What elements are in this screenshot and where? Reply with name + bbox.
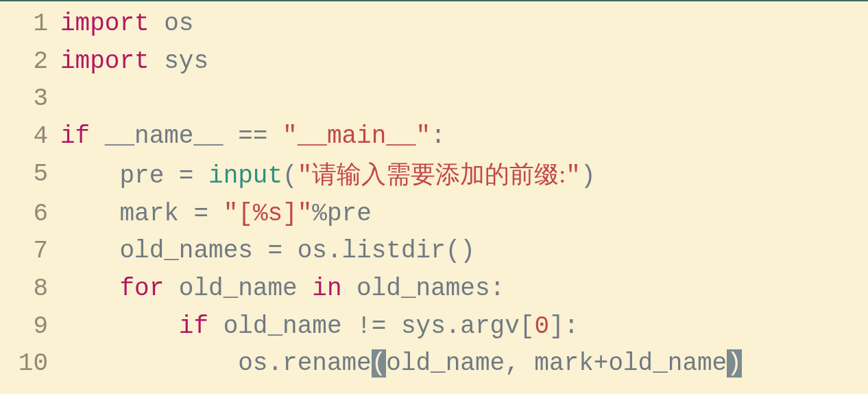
empty-line-tilde: ~ xyxy=(0,383,868,394)
code-content[interactable]: if old_name != sys.argv[0]: xyxy=(60,308,868,346)
space xyxy=(298,275,313,303)
colon: : xyxy=(431,122,446,150)
lparen: ( xyxy=(282,162,298,190)
line-number: 10 xyxy=(0,345,60,383)
code-line[interactable]: 9 if old_name != sys.argv[0]: xyxy=(0,308,868,346)
var-old-name: old_name xyxy=(386,349,505,378)
code-line[interactable]: 7 old_names = os.listdir() xyxy=(0,233,868,270)
string-close: " xyxy=(416,122,431,150)
space xyxy=(149,10,165,38)
indent xyxy=(60,162,119,190)
colon: : xyxy=(490,275,505,303)
module-os: os xyxy=(164,10,193,38)
dunder-name: __name__ xyxy=(105,122,224,150)
attr-argv: argv xyxy=(460,312,519,340)
space xyxy=(90,122,105,150)
code-content[interactable]: old_names = os.listdir() xyxy=(60,233,868,270)
code-line[interactable]: 10 os.rename(old_name, mark+old_name) xyxy=(0,345,868,383)
line-number: 6 xyxy=(0,196,60,233)
operator-assign: = xyxy=(179,162,194,190)
string-close: " xyxy=(566,162,581,190)
space xyxy=(208,200,224,228)
indent xyxy=(60,200,119,228)
keyword-in: in xyxy=(312,275,341,303)
operator-neq: != xyxy=(357,312,386,340)
code-line[interactable]: 5 pre = input("请输入需要添加的前缀:") xyxy=(0,156,868,196)
string-open: " xyxy=(282,122,298,150)
code-line[interactable]: 6 mark = "[%s]"%pre xyxy=(0,196,868,233)
code-content[interactable]: os.rename(old_name, mark+old_name) xyxy=(60,345,868,383)
space xyxy=(386,312,401,340)
space xyxy=(282,237,298,265)
var-pre: pre xyxy=(119,162,164,190)
module-sys: sys xyxy=(164,47,208,76)
space xyxy=(179,200,194,228)
func-rename: rename xyxy=(282,349,372,378)
number-zero: 0 xyxy=(534,312,549,340)
space xyxy=(208,312,224,340)
rparen: ) xyxy=(581,162,596,190)
module-os: os xyxy=(298,237,327,265)
line-number: 2 xyxy=(0,43,60,81)
module-sys: sys xyxy=(401,312,446,340)
rparen-match: ) xyxy=(727,349,742,378)
space xyxy=(164,162,179,190)
var-old-name: old_name xyxy=(224,312,342,340)
code-line[interactable]: 2 import sys xyxy=(0,43,868,81)
space xyxy=(267,122,282,150)
string-fmt: [%s] xyxy=(238,200,297,228)
space xyxy=(520,349,535,378)
lbracket: [ xyxy=(520,312,535,340)
space xyxy=(341,312,357,340)
dot: . xyxy=(446,312,461,340)
operator-plus: + xyxy=(594,349,609,378)
code-line[interactable]: 8 for old_name in old_names: xyxy=(0,270,868,308)
line-number: 8 xyxy=(0,270,60,308)
builtin-input: input xyxy=(208,162,282,190)
func-listdir: listdir xyxy=(342,237,446,265)
indent xyxy=(60,237,119,265)
code-line[interactable]: 4 if __name__ == "__main__": xyxy=(0,118,868,156)
keyword-for: for xyxy=(119,275,164,303)
code-line[interactable]: 3 xyxy=(0,80,868,118)
space xyxy=(253,237,268,265)
code-content[interactable]: import os xyxy=(60,5,868,43)
dot: . xyxy=(327,237,342,265)
line-number: 5 xyxy=(0,156,60,196)
operator-assign: = xyxy=(193,200,208,228)
indent xyxy=(60,349,238,378)
var-mark: mark xyxy=(119,200,178,228)
line-number: 9 xyxy=(0,308,60,346)
rparen: ) xyxy=(460,237,475,265)
var-old-names: old_names xyxy=(357,275,490,303)
operator-assign: = xyxy=(267,237,282,265)
keyword-import: import xyxy=(60,47,149,76)
code-content[interactable]: for old_name in old_names: xyxy=(60,270,868,308)
space xyxy=(164,275,179,303)
line-number: 4 xyxy=(0,118,60,156)
operator-pct: % xyxy=(312,200,327,228)
string-open: " xyxy=(224,200,239,228)
string-open: " xyxy=(298,162,313,190)
module-os: os xyxy=(238,349,267,378)
rbracket: ] xyxy=(549,312,564,340)
string-close: " xyxy=(298,200,313,228)
code-content[interactable]: pre = input("请输入需要添加的前缀:") xyxy=(60,156,868,196)
space xyxy=(342,275,357,303)
code-content[interactable] xyxy=(60,80,868,118)
var-pre: pre xyxy=(327,200,372,228)
space xyxy=(149,47,165,76)
code-editor[interactable]: 1 import os 2 import sys 3 4 if __name__… xyxy=(0,5,868,394)
var-mark: mark xyxy=(534,349,593,378)
code-content[interactable]: import sys xyxy=(60,43,868,81)
code-content[interactable]: mark = "[%s]"%pre xyxy=(60,196,868,233)
space xyxy=(224,122,239,150)
code-line[interactable]: 1 import os xyxy=(0,5,868,43)
comma: , xyxy=(505,349,520,378)
code-content[interactable]: if __name__ == "__main__": xyxy=(60,118,868,156)
var-old-names: old_names xyxy=(119,237,252,265)
string-prompt: 请输入需要添加的前缀: xyxy=(312,161,566,188)
line-number: 3 xyxy=(0,80,60,118)
keyword-if: if xyxy=(60,122,90,150)
var-old-name: old_name xyxy=(179,275,298,303)
